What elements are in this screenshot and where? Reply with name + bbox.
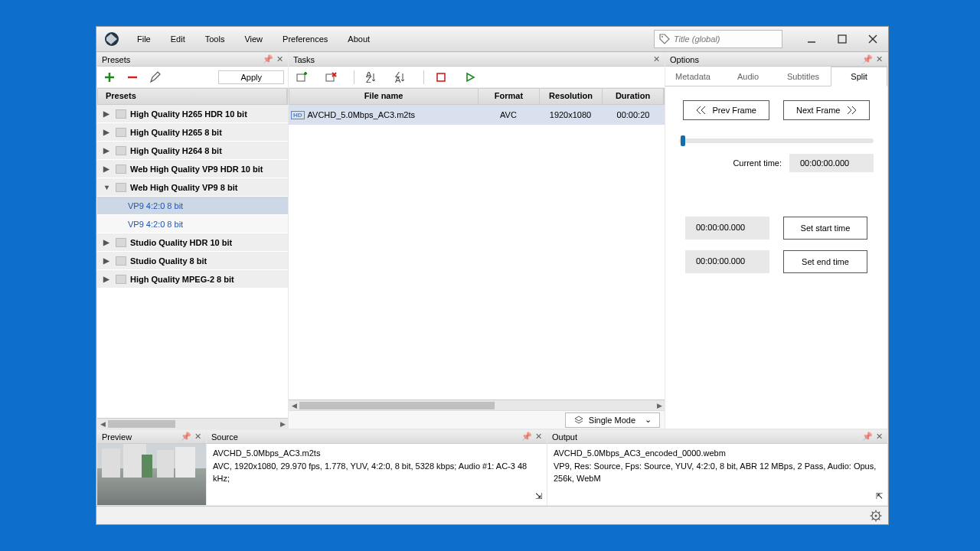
source-filename: AVCHD_5.0Mbps_AC3.m2ts [213, 447, 541, 460]
scroll-left-button[interactable]: ◀ [289, 401, 299, 410]
tab-split[interactable]: Split [831, 67, 887, 86]
menu-preferences[interactable]: Preferences [273, 34, 338, 44]
timeline-slider[interactable] [679, 139, 874, 143]
search-box[interactable] [654, 30, 782, 48]
preset-folder-expanded[interactable]: ▾Web High Quality VP9 8 bit [97, 178, 288, 197]
pin-icon[interactable]: 📌 [521, 432, 532, 442]
expand-icon[interactable]: ⇲ [535, 490, 542, 503]
edit-preset-button[interactable] [147, 69, 164, 86]
preview-thumbnail[interactable] [97, 444, 206, 505]
current-time-value: 00:00:00.000 [789, 154, 874, 172]
single-mode-button[interactable]: Single Mode ⌄ [565, 412, 660, 428]
preset-tree[interactable]: ▶High Quality H265 HDR 10 bit ▶High Qual… [97, 105, 288, 418]
stop-button[interactable] [433, 69, 449, 86]
play-button[interactable] [462, 69, 479, 86]
presets-panel: Presets 📌 ✕ Apply Presets ▶High Quality … [97, 53, 288, 429]
col-format[interactable]: Format [479, 89, 540, 104]
preset-folder[interactable]: ▶High Quality H265 HDR 10 bit [97, 105, 288, 123]
menu-about[interactable]: About [338, 34, 380, 44]
col-resolution[interactable]: Resolution [540, 89, 603, 104]
svg-marker-24 [575, 416, 583, 421]
apply-button[interactable]: Apply [218, 70, 284, 84]
pin-icon[interactable]: 📌 [181, 432, 191, 442]
task-row[interactable]: HDAVCHD_5.0Mbps_AC3.m2ts AVC 1920x1080 0… [289, 105, 665, 125]
close-icon[interactable]: ✕ [876, 432, 883, 442]
remove-task-button[interactable] [322, 69, 339, 86]
preset-item-selected[interactable]: VP9 4:2:0 8 bit [97, 197, 288, 215]
sort-asc-button[interactable]: AZ [363, 69, 380, 86]
tab-audio[interactable]: Audio [720, 67, 776, 86]
tab-metadata[interactable]: Metadata [665, 67, 720, 86]
folder-icon [116, 165, 126, 174]
options-tabs: Metadata Audio Subtitles Split [665, 67, 887, 86]
preset-folder[interactable]: ▶Studio Quality 8 bit [97, 252, 288, 270]
menu-view[interactable]: View [234, 34, 273, 44]
svg-line-32 [879, 518, 880, 520]
source-panel: Source 📌✕ AVCHD_5.0Mbps_AC3.m2ts AVC, 19… [207, 430, 547, 505]
folder-icon [116, 256, 126, 266]
search-input[interactable] [674, 34, 777, 44]
tag-icon [659, 34, 670, 44]
chevron-down-icon: ⌄ [645, 415, 652, 425]
maximize-button[interactable] [827, 27, 858, 51]
current-time-label: Current time: [733, 158, 782, 168]
pin-icon[interactable]: 📌 [862, 54, 873, 64]
remove-preset-button[interactable] [124, 69, 141, 86]
scroll-right-button[interactable]: ▶ [654, 401, 665, 410]
output-filename: AVCHD_5.0Mbps_AC3_encoded_0000.webm [554, 447, 881, 460]
menu-file[interactable]: File [127, 34, 161, 44]
source-title: Source [211, 432, 238, 442]
svg-text:A: A [395, 75, 401, 83]
expand-icon[interactable]: ⇱ [876, 490, 883, 503]
close-button[interactable] [858, 27, 888, 51]
pin-icon[interactable]: 📌 [263, 54, 273, 64]
output-title: Output [552, 432, 577, 442]
options-panel: Options 📌 ✕ Metadata Audio Subtitles Spl… [665, 53, 887, 429]
layers-icon [573, 415, 584, 425]
prev-frame-button[interactable]: Prev Frame [683, 100, 769, 120]
close-icon[interactable]: ✕ [535, 432, 542, 442]
chevrons-left-icon [696, 106, 707, 115]
hd-icon: HD [291, 111, 305, 119]
preset-folder[interactable]: ▶High Quality MPEG-2 8 bit [97, 270, 288, 289]
preset-folder[interactable]: ▶High Quality H264 8 bit [97, 142, 288, 160]
set-start-time-button[interactable]: Set start time [783, 217, 867, 240]
close-icon[interactable]: ✕ [653, 54, 660, 64]
close-icon[interactable]: ✕ [276, 54, 283, 64]
add-task-button[interactable] [293, 69, 310, 86]
pin-icon[interactable]: 📌 [862, 432, 873, 442]
horizontal-scrollbar[interactable]: ◀ ▶ [289, 399, 665, 410]
minimize-button[interactable] [796, 27, 827, 51]
close-icon[interactable]: ✕ [876, 54, 883, 64]
set-end-time-button[interactable]: Set end time [783, 250, 867, 273]
svg-rect-22 [437, 73, 445, 81]
menu-edit[interactable]: Edit [161, 34, 195, 44]
scroll-right-button[interactable]: ▶ [277, 419, 288, 429]
tab-subtitles[interactable]: Subtitles [776, 67, 831, 86]
preset-folder[interactable]: ▶Studio Quality HDR 10 bit [97, 233, 288, 252]
svg-line-34 [879, 511, 880, 513]
tasks-title: Tasks [293, 55, 315, 64]
preset-item[interactable]: VP9 4:2:0 8 bit [97, 215, 288, 233]
gear-icon[interactable] [870, 510, 882, 522]
next-frame-button[interactable]: Next Frame [783, 100, 870, 120]
preset-folder[interactable]: ▶Web High Quality VP9 HDR 10 bit [97, 160, 288, 178]
folder-icon [116, 146, 126, 155]
end-time-value: 00:00:00.000 [685, 250, 769, 273]
slider-thumb[interactable] [681, 135, 685, 146]
menu-tools[interactable]: Tools [195, 34, 235, 44]
titlebar: File Edit Tools View Preferences About [96, 27, 888, 52]
add-preset-button[interactable] [101, 69, 118, 86]
svg-line-33 [872, 518, 874, 520]
options-title: Options [670, 55, 699, 64]
col-filename[interactable]: File name [289, 89, 479, 104]
folder-icon [116, 238, 126, 247]
preset-folder[interactable]: ▶High Quality H265 8 bit [97, 123, 288, 142]
chevrons-right-icon [846, 106, 857, 115]
sort-desc-button[interactable]: ZA [392, 69, 409, 86]
horizontal-scrollbar[interactable]: ◀ ▶ [97, 418, 288, 429]
col-duration[interactable]: Duration [603, 89, 664, 104]
app-logo-icon [104, 31, 119, 47]
close-icon[interactable]: ✕ [194, 432, 201, 442]
scroll-left-button[interactable]: ◀ [97, 419, 108, 429]
